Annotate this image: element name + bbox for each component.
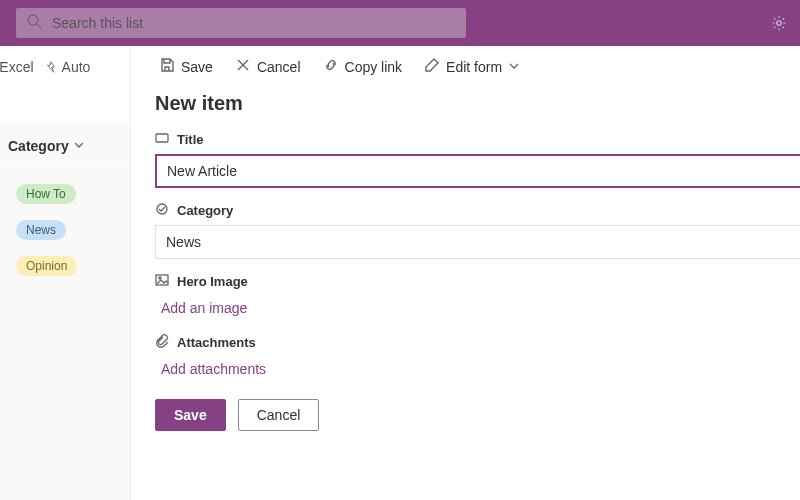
field-attachments: Attachments Add attachments	[155, 334, 800, 381]
attachment-icon	[155, 334, 169, 351]
svg-rect-4	[156, 134, 168, 142]
panel-save-label: Save	[181, 59, 213, 75]
settings-gear-icon[interactable]	[770, 14, 788, 32]
search-box[interactable]	[16, 8, 466, 38]
search-icon	[26, 13, 52, 33]
category-value: News	[166, 234, 201, 250]
panel-heading: New item	[155, 92, 800, 115]
export-excel[interactable]: t to Excel	[0, 59, 34, 75]
svg-line-1	[37, 24, 41, 28]
text-field-icon	[155, 131, 169, 148]
field-title: Title	[155, 131, 800, 188]
category-label: Category	[177, 203, 233, 218]
close-icon	[235, 57, 251, 76]
hero-label: Hero Image	[177, 274, 248, 289]
field-category: Category News	[155, 202, 800, 259]
pill-news: News	[16, 220, 66, 240]
panel-body: New item Title Category News Hero Image …	[131, 88, 800, 431]
svg-point-0	[28, 15, 38, 25]
save-button[interactable]: Save	[155, 399, 226, 431]
field-hero-image: Hero Image Add an image	[155, 273, 800, 320]
cancel-button[interactable]: Cancel	[238, 399, 320, 431]
copy-link-button[interactable]: Copy link	[323, 57, 403, 76]
choice-icon	[155, 202, 169, 219]
column-header-label: Category	[8, 138, 69, 154]
title-input[interactable]	[155, 154, 800, 188]
automate-label: Auto	[62, 59, 91, 75]
link-icon	[323, 57, 339, 76]
chevron-down-icon	[508, 59, 520, 75]
edit-form-label: Edit form	[446, 59, 502, 75]
panel-command-bar: Save Cancel Copy link Edit form	[131, 46, 800, 88]
add-image-link[interactable]: Add an image	[155, 296, 800, 320]
panel-cancel-button[interactable]: Cancel	[235, 57, 301, 76]
column-header-category[interactable]: Category	[0, 124, 130, 168]
copy-link-label: Copy link	[345, 59, 403, 75]
svg-point-7	[159, 277, 161, 279]
chevron-down-icon	[73, 138, 85, 154]
suite-header	[0, 0, 800, 46]
search-input[interactable]	[52, 15, 456, 31]
svg-point-5	[157, 204, 167, 214]
panel-cancel-label: Cancel	[257, 59, 301, 75]
edit-icon	[424, 57, 440, 76]
automate[interactable]: Auto	[44, 59, 91, 75]
category-input[interactable]: News	[155, 225, 800, 259]
image-icon	[155, 273, 169, 290]
title-label: Title	[177, 132, 204, 147]
bg-command: t to Excel Auto	[0, 46, 130, 88]
edit-form-button[interactable]: Edit form	[424, 57, 520, 76]
panel-footer: Save Cancel	[155, 399, 800, 431]
add-attachments-link[interactable]: Add attachments	[155, 357, 800, 381]
pill-howto: How To	[16, 184, 76, 204]
export-label: t to Excel	[0, 59, 34, 75]
save-icon	[159, 57, 175, 76]
new-item-panel: Save Cancel Copy link Edit form New item…	[130, 46, 800, 500]
svg-point-2	[777, 21, 782, 26]
pill-opinion: Opinion	[16, 256, 77, 276]
panel-save-button[interactable]: Save	[159, 57, 213, 76]
bg-column: Category How To News Opinion	[0, 88, 130, 500]
attachments-label: Attachments	[177, 335, 256, 350]
